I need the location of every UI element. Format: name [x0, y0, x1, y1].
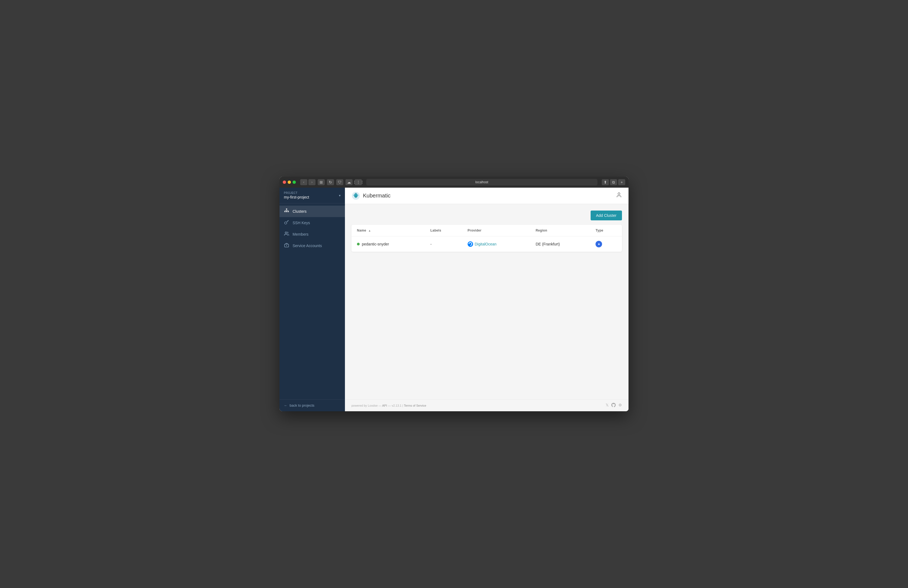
back-to-projects-label: back to projects — [290, 403, 314, 408]
svg-point-10 — [285, 232, 287, 234]
members-icon — [284, 231, 289, 237]
sidebar-item-ssh-keys-label: SSH Keys — [293, 221, 310, 225]
topbar: Kubermatic — [345, 188, 628, 204]
settings-icon[interactable]: ⚙ — [618, 403, 622, 408]
url-text: localhost — [475, 180, 488, 184]
table-header: Name ▲ Labels Provider Reg — [351, 225, 622, 237]
minimize-button[interactable] — [288, 180, 291, 184]
sidebar-item-service-accounts-label: Service Accounts — [293, 243, 322, 248]
project-info: Project my-first-project — [284, 192, 309, 199]
clusters-table: Name ▲ Labels Provider Reg — [351, 225, 622, 252]
footer-terms-link[interactable]: Terms of Service — [404, 404, 426, 407]
cluster-type-cell: ✦ — [590, 237, 622, 252]
provider-link[interactable]: DigitalOcean — [468, 242, 525, 247]
col-provider-label: Provider — [468, 229, 481, 232]
twitter-icon[interactable]: 𝕏 — [605, 403, 609, 408]
github-icon[interactable] — [611, 403, 616, 408]
footer-sep1: — v2.13.1 | — [388, 404, 404, 407]
kubernetes-icon: ✦ — [596, 241, 602, 247]
sidebar-item-members-label: Members — [293, 232, 308, 237]
col-labels-label: Labels — [430, 229, 441, 232]
user-account-icon[interactable] — [616, 192, 622, 199]
back-arrow-icon: ← — [284, 403, 287, 408]
forward-nav-button[interactable]: › — [308, 179, 316, 185]
footer-icons: 𝕏 ⚙ — [605, 403, 622, 408]
svg-rect-3 — [288, 211, 289, 212]
col-labels: Labels — [425, 225, 462, 237]
traffic-lights — [283, 180, 296, 184]
sidebar-nav: Clusters SSH Keys — [280, 203, 345, 399]
view-toggle-button[interactable]: ⊞ — [318, 179, 325, 185]
new-tab-button[interactable]: + — [618, 179, 625, 185]
sidebar-item-service-accounts[interactable]: Service Accounts — [280, 240, 345, 251]
provider-name: DigitalOcean — [475, 242, 496, 246]
svg-rect-1 — [284, 211, 286, 212]
col-type: Type — [590, 225, 622, 237]
table-body: pedantic-snyder - — [351, 237, 622, 252]
status-indicator — [357, 243, 360, 245]
project-selector[interactable]: Project my-first-project ▾ — [280, 188, 345, 203]
cluster-region-cell: DE (Frankfurt) — [530, 237, 590, 252]
project-label: Project — [284, 192, 309, 195]
svg-point-16 — [618, 193, 620, 195]
sidebar-item-clusters[interactable]: Clusters — [280, 206, 345, 217]
svg-rect-2 — [286, 211, 287, 212]
kubermatic-logo-icon — [351, 192, 360, 200]
footer-powered-by: powered by Loodse — — [351, 404, 382, 407]
add-cluster-button[interactable]: Add Cluster — [591, 211, 622, 221]
sidebar: Project my-first-project ▾ — [280, 188, 345, 411]
footer-text: powered by Loodse — API — v2.13.1 | Term… — [351, 404, 426, 407]
titlebar: ‹ › ⊞ ↻ 🛡 ☁ ⋮⋮⋮ localhost ⬆ ⧉ + — [280, 177, 628, 188]
svg-point-9 — [285, 222, 287, 224]
digitalocean-icon — [468, 242, 473, 247]
back-nav-button[interactable]: ‹ — [300, 179, 307, 185]
app-layout: Project my-first-project ▾ — [280, 188, 628, 411]
key-icon — [284, 220, 289, 226]
address-bar[interactable]: localhost — [366, 179, 597, 185]
project-name: my-first-project — [284, 195, 309, 199]
col-provider: Provider — [462, 225, 530, 237]
refresh-icon-btn[interactable]: ↻ — [327, 179, 334, 185]
browser-nav: ‹ › — [300, 179, 316, 185]
sidebar-item-members[interactable]: Members — [280, 229, 345, 240]
share-button[interactable]: ⬆ — [602, 179, 609, 185]
col-name-label: Name — [357, 229, 366, 232]
service-accounts-icon — [284, 243, 289, 249]
svg-rect-0 — [286, 209, 287, 209]
chevron-down-icon: ▾ — [339, 193, 341, 197]
col-name: Name ▲ — [351, 225, 425, 237]
split-view-button[interactable]: ⧉ — [610, 179, 617, 185]
clusters-table-container: Name ▲ Labels Provider Reg — [351, 225, 622, 252]
sidebar-item-clusters-label: Clusters — [293, 209, 306, 214]
add-cluster-row: Add Cluster — [351, 211, 622, 221]
footer-api-link[interactable]: API — [382, 404, 387, 407]
content-area: Add Cluster Name ▲ Labels — [345, 204, 628, 399]
clusters-icon — [284, 208, 289, 214]
col-type-label: Type — [596, 229, 603, 232]
sidebar-item-ssh-keys[interactable]: SSH Keys — [280, 217, 345, 229]
main-content: Kubermatic Add Cluster — [345, 188, 628, 411]
grid-icon-btn[interactable]: ⋮⋮⋮ — [355, 179, 362, 185]
cluster-labels-cell: - — [425, 237, 462, 252]
table-row[interactable]: pedantic-snyder - — [351, 237, 622, 252]
shield-icon-btn[interactable]: 🛡 — [336, 179, 343, 185]
sidebar-footer: ← back to projects — [280, 399, 345, 411]
cluster-provider-cell: DigitalOcean — [462, 237, 530, 252]
logo: Kubermatic — [351, 192, 390, 200]
logo-text: Kubermatic — [363, 193, 390, 199]
col-region: Region — [530, 225, 590, 237]
titlebar-actions: ⬆ ⧉ + — [602, 179, 625, 185]
sort-icon: ▲ — [369, 229, 371, 232]
footer: powered by Loodse — API — v2.13.1 | Term… — [345, 399, 628, 411]
cluster-name-cell: pedantic-snyder — [351, 237, 425, 252]
cloud-icon-btn[interactable]: ☁ — [346, 179, 353, 185]
back-to-projects-link[interactable]: ← back to projects — [284, 403, 341, 408]
app-window: ‹ › ⊞ ↻ 🛡 ☁ ⋮⋮⋮ localhost ⬆ ⧉ + Project … — [280, 177, 628, 411]
cluster-name: pedantic-snyder — [362, 242, 389, 246]
maximize-button[interactable] — [293, 180, 296, 184]
col-region-label: Region — [536, 229, 547, 232]
close-button[interactable] — [283, 180, 286, 184]
